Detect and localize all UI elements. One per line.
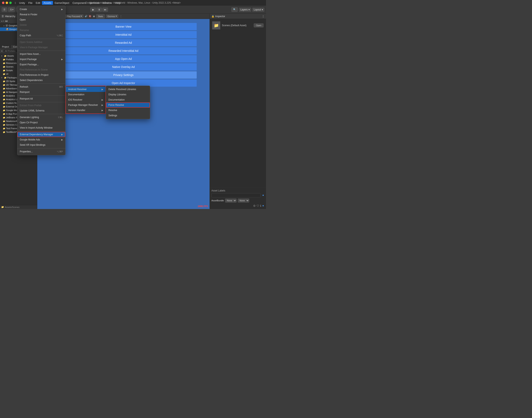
mute-icon[interactable]: 🔇 (89, 15, 92, 18)
step-button[interactable]: ⏭ (102, 7, 108, 12)
minimize-button[interactable] (6, 2, 8, 4)
toolbar-right: 🔍 Layers ▾ Layout ▾ (231, 7, 264, 12)
ctx-find-refs-scene-label: Find References In Scene (20, 68, 48, 71)
close-button[interactable] (2, 2, 4, 4)
display-icon[interactable]: 🖥 (93, 15, 95, 18)
ctx-open-label: Open (20, 18, 26, 21)
hierarchy-icon-btn[interactable]: ☰ (2, 7, 7, 12)
ctx-copy-path-shortcut: ⌥⌘C (57, 34, 63, 37)
edit-menu[interactable]: Edit (34, 1, 42, 5)
gizmos-dropdown[interactable]: Gizmos ▾ (106, 14, 118, 18)
asset-labels-icon[interactable]: ✦ (262, 194, 264, 197)
inspector-bottom-icon-3[interactable]: ℹ (260, 204, 261, 207)
asset-bundle-select-2[interactable]: None (238, 198, 249, 203)
submenu-ext-dep-manager[interactable]: Android Resolver ▶ Documentation iOS Res… (66, 86, 106, 114)
unity-menu[interactable]: Unity (18, 1, 27, 5)
native-overlay-btn[interactable]: Native Overlay Ad (50, 63, 197, 70)
asset-bundle-select-1[interactable]: None (225, 198, 237, 203)
rewarded-interstitial-btn[interactable]: Rewarded Interstitial Ad (50, 47, 197, 54)
app-open-ad-btn[interactable]: App Open Ad (50, 55, 197, 62)
hierarchy-icon: ☰ (2, 15, 4, 18)
traffic-lights (2, 2, 12, 4)
ctx-extract-prefab-label: Extract From Prefab (20, 104, 41, 107)
ctx-reimport-all[interactable]: Reimport All (17, 96, 65, 101)
project-plus-btn[interactable]: + (1, 50, 2, 52)
pkg-folder-icon-6: 📁 (3, 98, 5, 101)
submenu-android-resolver[interactable]: Android Resolver ▶ (66, 87, 106, 92)
privacy-settings-btn[interactable]: Privacy Settings (50, 71, 197, 79)
submenu-documentation-2[interactable]: Documentation (106, 97, 150, 102)
inspector-bottom: Asset Labels ✦ AssetBundle None None ⚙ 🛡… (210, 187, 266, 209)
ctx-google-mobile-ads[interactable]: Google Mobile Ads ▶ (17, 137, 65, 142)
project-tab[interactable]: Project (0, 45, 11, 48)
submenu-documentation-1[interactable]: Documentation (66, 92, 106, 97)
ctx-sep-7 (17, 131, 65, 131)
open-button[interactable]: Open (254, 23, 264, 27)
search-btn[interactable]: 🔍 (231, 7, 238, 12)
ctx-view-import-activity[interactable]: View in Import Activity Window (17, 125, 65, 130)
submenu-delete-resolved[interactable]: Delete Resolved Libraries (106, 87, 150, 92)
ctx-reveal[interactable]: Reveal in Finder (17, 12, 65, 17)
ctx-generate-lighting[interactable]: Generate Lighting ⇧⌘L (17, 115, 65, 120)
main-context-menu[interactable]: Create ▶ Reveal in Finder Open Delete Re… (17, 6, 66, 155)
inspector-bottom-icon-2[interactable]: 🛡 (256, 204, 259, 207)
banner-view-btn[interactable]: Banner View (50, 23, 197, 30)
ctx-sep-8 (17, 148, 65, 148)
assets-menu[interactable]: Assets (42, 1, 53, 5)
hierarchy-plus[interactable]: + (1, 20, 2, 22)
play-button[interactable]: ▶ (90, 7, 96, 12)
ctx-open-csharp[interactable]: Open C# Project (17, 120, 65, 125)
ctx-refresh[interactable]: Refresh ⌘R (17, 84, 65, 90)
title-bar:  Unity File Edit Assets GameObject Comp… (0, 0, 266, 6)
submenu-version-handler-arrow: ▶ (102, 109, 103, 112)
ctx-import-new-asset[interactable]: Import New Asset... (17, 51, 65, 57)
inspector-bottom-icon-1[interactable]: ⚙ (253, 204, 256, 207)
apple-menu[interactable]:  (13, 1, 18, 5)
interstitial-ad-btn[interactable]: Interstitial Ad (50, 31, 197, 38)
layout-dropdown[interactable]: Layout ▾ (252, 8, 264, 12)
ctx-find-refs-project[interactable]: Find References In Project (17, 72, 65, 78)
submenu-settings-label: Settings (108, 114, 117, 117)
gameobject-menu[interactable]: GameObject (53, 1, 71, 5)
ctx-update-uxml[interactable]: Update UXML Schema (17, 108, 65, 113)
submenu-settings[interactable]: Settings (106, 113, 150, 118)
submenu-android-resolver-items[interactable]: Delete Resolved Libraries Display Librar… (106, 86, 150, 119)
scene-more-options[interactable]: ⋮ (119, 15, 122, 18)
ctx-seed-xr[interactable]: Seed XR Input Bindings (17, 142, 65, 148)
layout-label: Layout (254, 8, 261, 11)
rewarded-ad-btn[interactable]: Rewarded Ad (50, 39, 197, 46)
submenu-display-libraries[interactable]: Display Libraries (106, 92, 150, 97)
ctx-open[interactable]: Open (17, 17, 65, 22)
maximize-button[interactable] (9, 2, 12, 4)
inspector-menu-btn[interactable]: ⋮ (262, 15, 264, 18)
file-menu[interactable]: File (27, 1, 34, 5)
layers-dropdown[interactable]: Layers ▾ (239, 8, 251, 12)
submenu-version-handler[interactable]: Version Handler ▶ (66, 108, 106, 113)
ctx-create[interactable]: Create ▶ (17, 7, 65, 12)
ctx-properties[interactable]: Properties... ⌥⌘P (17, 149, 65, 154)
inspector-bottom-icon-4[interactable]: ✦ (262, 204, 264, 207)
resources-folder-icon: 📁 (3, 62, 5, 64)
ctx-ext-dep-manager[interactable]: External Dependency Manager ▶ (17, 132, 65, 137)
scripts-folder-icon: 📁 (3, 69, 5, 71)
ctx-refresh-shortcut: ⌘R (59, 86, 63, 88)
play-focused-dropdown[interactable]: Play Focused ▾ (66, 14, 84, 18)
ctx-reimport[interactable]: Reimport (17, 90, 65, 95)
gizmos-arrow: ▾ (116, 15, 117, 18)
ctx-select-deps[interactable]: Select Dependencies (17, 78, 65, 83)
lock-icon[interactable]: 🔒 (211, 15, 214, 18)
ctx-export-package[interactable]: Export Package... (17, 62, 65, 67)
submenu-force-resolve[interactable]: Force Resolve (106, 102, 150, 108)
inspector-asset: 📁 Scenes (Default Asset) Open (211, 21, 264, 30)
submenu-resolve[interactable]: Resolve (106, 108, 150, 113)
ctx-import-package[interactable]: Import Package ▶ (17, 57, 65, 62)
user-btn[interactable]: JL▾ (8, 7, 15, 12)
pause-button[interactable]: ⏸ (96, 7, 102, 12)
speaker-icon[interactable]: 🔊 (85, 15, 87, 18)
submenu-pkg-mgr-resolver[interactable]: Package Manager Resolver ▶ (66, 102, 106, 108)
ctx-copy-path[interactable]: Copy Path ⌥⌘C (17, 33, 65, 38)
ctx-find-refs-project-label: Find References In Project (20, 74, 48, 76)
submenu-ios-resolver[interactable]: iOS Resolver ▶ (66, 97, 106, 102)
stats-btn[interactable]: Stats (96, 14, 105, 19)
ctx-seed-xr-label: Seed XR Input Bindings (20, 143, 45, 146)
